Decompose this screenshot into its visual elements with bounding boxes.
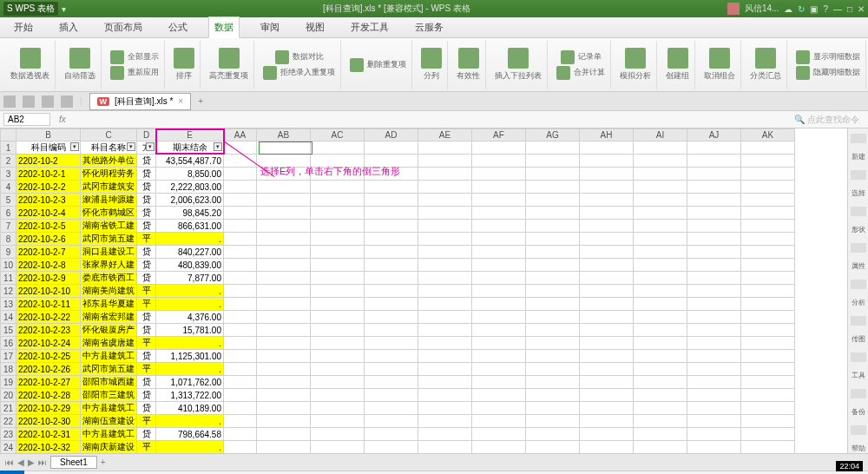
cell[interactable] [418,233,472,246]
cell[interactable]: 2202-10-2-22 [16,311,81,324]
col-header-AK[interactable]: AK [741,129,795,142]
cell[interactable] [741,324,795,337]
cell[interactable] [224,311,257,324]
cell[interactable] [365,428,418,441]
cell[interactable] [634,311,687,324]
cell[interactable]: 湖南美尚建筑 [81,285,137,298]
cell[interactable] [472,181,526,194]
filter-arrow-D[interactable]: ▾ [146,142,155,151]
ribbon-highlight-dup[interactable]: 高亮重复项 [204,41,254,89]
cell[interactable] [224,207,257,220]
cell[interactable] [418,220,472,233]
cell[interactable]: 98,845.20 [156,207,224,220]
cell[interactable] [311,415,365,428]
cell[interactable]: 2202-10-2-31 [16,428,81,441]
cell[interactable]: 贷 [137,259,156,272]
cell[interactable] [634,363,687,376]
cell[interactable]: 贷 [137,324,156,337]
cell[interactable] [687,272,741,285]
cell[interactable] [257,428,311,441]
header-cell-C[interactable]: 科目名称▾ [81,142,137,155]
cell[interactable] [580,181,634,194]
cell[interactable] [472,389,526,402]
cell[interactable] [224,337,257,350]
cell[interactable]: . [156,415,224,428]
cell[interactable]: 祁东县华夏建 [81,298,137,311]
ribbon-group[interactable]: 创建组 [661,41,695,89]
cell[interactable] [580,363,634,376]
cell[interactable] [687,402,741,415]
cell[interactable] [224,415,257,428]
cell[interactable] [580,350,634,363]
cell[interactable] [418,311,472,324]
cell[interactable] [580,311,634,324]
cell[interactable] [741,181,795,194]
cell[interactable] [472,311,526,324]
cell[interactable] [687,142,741,155]
cell[interactable] [741,298,795,311]
row-header[interactable]: 24 [1,441,16,454]
cell[interactable] [634,246,687,259]
cell[interactable]: 866,631.00 [156,220,224,233]
cell[interactable]: 贷 [137,194,156,207]
cell[interactable] [634,233,687,246]
cell[interactable] [472,350,526,363]
cell[interactable]: 2202-10-2-10 [16,285,81,298]
cell[interactable] [365,389,418,402]
cell[interactable] [257,259,311,272]
col-header-AC[interactable]: AC [311,129,365,142]
cell[interactable] [687,337,741,350]
panel-btn-分析[interactable] [851,280,866,289]
cell[interactable]: 中方县建筑工 [81,428,137,441]
cell[interactable] [634,337,687,350]
ribbon-subtotal[interactable]: 分类汇总 [745,41,787,89]
cell[interactable] [418,441,472,454]
ribbon-form-merge[interactable]: 记录单 合并计算 [551,41,611,89]
cell[interactable] [580,324,634,337]
help-icon[interactable]: ? [823,4,828,14]
cell[interactable] [257,363,311,376]
cell[interactable] [257,324,311,337]
panel-btn-备份[interactable] [851,389,866,398]
table-row[interactable]: 162202-10-2-24湖南省虞唐建平. [1,337,795,350]
cell[interactable] [741,259,795,272]
cell[interactable] [365,246,418,259]
cell[interactable] [580,402,634,415]
ribbon-sort[interactable]: 排序 [168,41,201,89]
cell[interactable] [741,285,795,298]
cell[interactable] [472,194,526,207]
cell[interactable] [741,402,795,415]
cell[interactable] [687,233,741,246]
cell[interactable] [687,363,741,376]
col-header-AI[interactable]: AI [634,129,687,142]
cell[interactable] [472,246,526,259]
cell[interactable]: 2,222,803.00 [156,181,224,194]
cell[interactable]: 2202-10-2-6 [16,233,81,246]
cell[interactable] [687,259,741,272]
cell[interactable] [580,142,634,155]
panel-btn-帮助[interactable] [851,425,866,435]
cell[interactable] [365,207,418,220]
cell[interactable] [257,441,311,454]
cell[interactable] [224,285,257,298]
cell[interactable] [311,311,365,324]
cell[interactable]: 贷 [137,181,156,194]
table-row[interactable]: 72202-10-2-5湖南省铁工建贷866,631.00 [1,220,795,233]
cell[interactable] [687,324,741,337]
cell[interactable] [224,389,257,402]
cell[interactable] [418,324,472,337]
ribbon-validation[interactable]: 有效性 [451,41,486,89]
col-header-D[interactable]: D [137,129,156,142]
cell[interactable] [634,415,687,428]
cell[interactable] [580,246,634,259]
cell[interactable]: 2202-10-2-8 [16,259,81,272]
cell[interactable]: . [156,337,224,350]
cell[interactable] [687,207,741,220]
row-header[interactable]: 8 [1,233,16,246]
cell[interactable] [472,428,526,441]
cell[interactable] [741,428,795,441]
cell[interactable] [311,246,365,259]
cell[interactable] [741,389,795,402]
ribbon-ungroup[interactable]: 取消组合 [699,41,741,89]
ribbon-autofilter[interactable]: 自动筛选 [59,41,102,89]
